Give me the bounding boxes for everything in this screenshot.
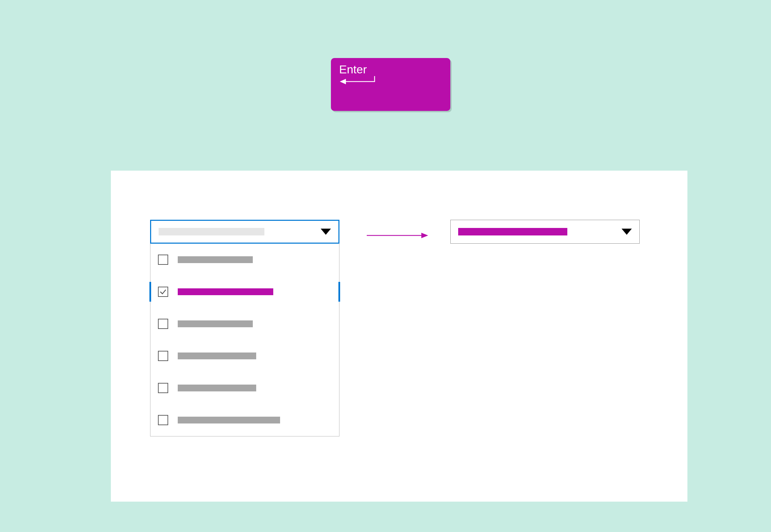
enter-key[interactable]: Enter xyxy=(331,58,450,111)
option-label-bar xyxy=(178,353,256,359)
combobox-option[interactable] xyxy=(150,308,339,340)
combobox-option[interactable] xyxy=(150,340,339,372)
chevron-down-icon xyxy=(321,229,331,235)
combobox-option-list xyxy=(150,244,339,436)
checkbox-icon[interactable] xyxy=(158,319,168,329)
checkbox-icon[interactable] xyxy=(158,351,168,361)
combobox-value-bar xyxy=(458,228,567,235)
option-label-bar xyxy=(178,320,253,327)
combobox-option[interactable] xyxy=(150,244,339,276)
checkbox-checked-icon[interactable] xyxy=(158,287,168,297)
option-label-bar xyxy=(178,417,280,423)
option-label-bar xyxy=(178,288,273,295)
combobox-option[interactable] xyxy=(150,276,339,308)
combobox-open[interactable] xyxy=(150,220,339,436)
option-label-bar xyxy=(178,385,256,391)
checkbox-icon[interactable] xyxy=(158,383,168,393)
return-arrow-icon xyxy=(339,76,442,90)
transition-arrow-icon xyxy=(367,232,428,239)
combobox-placeholder-bar xyxy=(159,228,264,235)
combobox-closed-header[interactable] xyxy=(450,220,640,244)
enter-key-label: Enter xyxy=(339,63,442,76)
combobox-closed[interactable] xyxy=(450,220,640,244)
combobox-option[interactable] xyxy=(150,372,339,404)
combobox-open-header[interactable] xyxy=(150,220,339,244)
checkbox-icon[interactable] xyxy=(158,255,168,265)
option-label-bar xyxy=(178,256,253,263)
combobox-option[interactable] xyxy=(150,404,339,436)
chevron-down-icon xyxy=(622,229,632,235)
checkbox-icon[interactable] xyxy=(158,415,168,425)
